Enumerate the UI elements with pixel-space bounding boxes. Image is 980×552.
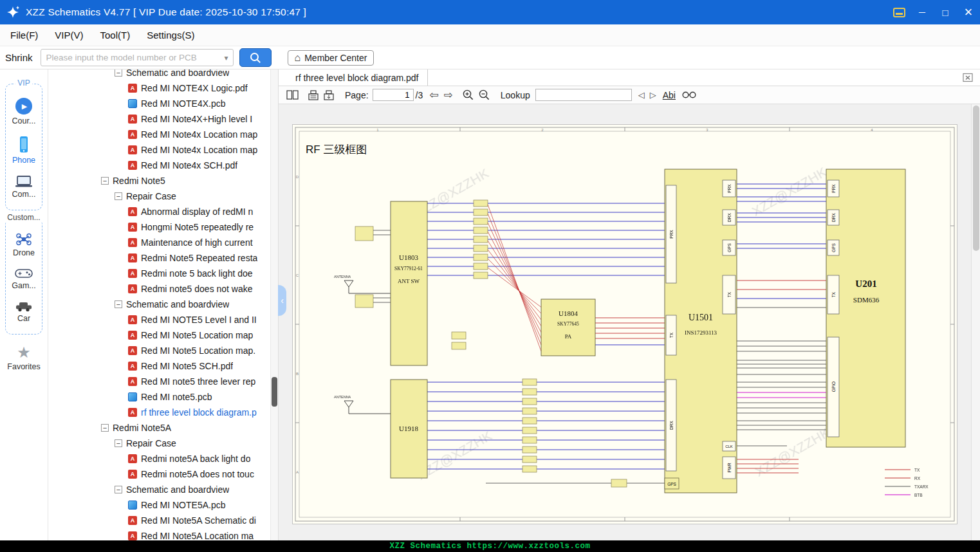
page-number-input[interactable] [373, 89, 414, 101]
tree-item-label: Redmi note 5 back light doe [141, 268, 253, 279]
pdf-file-icon: A [128, 253, 137, 262]
tree-item-label: Repair Case [126, 191, 176, 201]
document-tab[interactable]: rf three level block diagram.pdf [279, 69, 428, 86]
svg-text:A: A [296, 470, 299, 474]
menu-tool[interactable]: Tool(T) [100, 30, 131, 41]
copy-page-button[interactable] [323, 90, 335, 100]
tree-file[interactable]: ARed MI Note4X+High level I [48, 111, 278, 127]
model-search-combobox[interactable]: ▾ [41, 49, 234, 66]
svg-text:SKY77912-61: SKY77912-61 [394, 266, 423, 271]
binoculars-button[interactable] [682, 91, 696, 99]
minimize-button[interactable]: ─ [911, 0, 934, 24]
tree-item-label: Abnormal display of redMI n [141, 207, 253, 217]
tree-node[interactable]: −Repair Case [48, 436, 278, 451]
tree-file[interactable]: Arf three level block diagram.p [48, 405, 278, 420]
maximize-button[interactable]: □ [934, 0, 957, 24]
collapse-icon[interactable]: − [115, 439, 122, 447]
sidebar-item-course[interactable]: ▶ Cour... [12, 98, 36, 125]
tree-file[interactable]: Red MI NOTE5A.pcb [48, 497, 278, 513]
tree-file[interactable]: ARedmi note 5 back light doe [48, 266, 278, 281]
tree-item-label: Red MI Note5A Location ma [141, 531, 254, 540]
viewer-scrollbar-thumb[interactable] [973, 106, 979, 251]
tree-node[interactable]: −Repair Case [48, 189, 278, 204]
tree-file[interactable]: AHongmi Note5 repeatedly re [48, 219, 278, 235]
tree-file[interactable]: Red MI note5.pcb [48, 389, 278, 405]
svg-text:DRX: DRX [727, 212, 732, 221]
content-area: rf three level block diagram.pdf [279, 69, 980, 540]
recharge-card-button[interactable] [887, 0, 911, 24]
tree-file[interactable]: ARed MI Note4x Location map [48, 127, 278, 142]
search-button[interactable] [239, 48, 272, 67]
close-document-button[interactable] [963, 73, 974, 82]
signal-line [488, 232, 541, 333]
sidebar-item-drone[interactable]: Drone [13, 232, 35, 257]
tree-file[interactable]: ARed MI NOTE4X Logic.pdf [48, 80, 278, 96]
sidebar-item-game[interactable]: Gam... [12, 268, 36, 290]
tree-file[interactable]: ARed MI note5 three lever rep [48, 374, 278, 389]
tree-file[interactable]: ARed MI Note5 Location map. [48, 343, 278, 358]
pdf-file-icon: A [128, 284, 137, 293]
collapse-icon[interactable]: − [115, 192, 122, 200]
tree-file[interactable]: ARedmi note5A does not touc [48, 466, 278, 482]
lookup-input[interactable] [535, 89, 632, 101]
tree-node[interactable]: −Schematic and boardview [48, 297, 278, 312]
close-button[interactable]: × [957, 0, 980, 24]
sidebar-item-phone[interactable]: Phone [12, 136, 35, 165]
menu-vip[interactable]: VIP(V) [55, 30, 83, 41]
tree-node[interactable]: −Redmi Note5A [48, 420, 278, 436]
tree-node[interactable]: −Schematic and boardview [48, 69, 278, 80]
collapse-icon[interactable]: − [101, 177, 109, 185]
dropdown-caret-icon[interactable]: ▾ [225, 53, 233, 62]
sidebar-item-computer[interactable]: Com... [12, 175, 36, 199]
tree-file[interactable]: Red MI NOTE4X.pcb [48, 96, 278, 111]
menu-settings[interactable]: Settings(S) [147, 30, 194, 41]
model-search-input[interactable] [41, 53, 225, 62]
pcb-file-icon [128, 392, 137, 401]
next-page-button[interactable]: ⇨ [444, 88, 453, 102]
zoom-out-button[interactable] [478, 89, 490, 101]
tree-scrollbar-thumb[interactable] [272, 377, 277, 407]
sidebar-item-car[interactable]: Car [15, 300, 33, 323]
svg-text:D: D [296, 175, 299, 179]
tree-file[interactable]: ARed MI Note4x Location map [48, 142, 278, 158]
pdf-viewer[interactable]: 1 2 3 4 D C B A RF 三级框图 XZZ@XZZHK [279, 104, 980, 540]
shrink-button[interactable]: Shrink [5, 52, 33, 63]
tree-node[interactable]: −Schematic and boardview [48, 482, 278, 497]
search-prev-button[interactable]: ◁ [638, 90, 645, 100]
tree-file[interactable]: ARed MI Note5 Location map [48, 327, 278, 343]
tree-file[interactable]: ARed MI Note4x SCH.pdf [48, 158, 278, 173]
page-label: Page: [345, 90, 369, 100]
tree-file[interactable]: ARedmi note5A back light do [48, 451, 278, 466]
tree-file[interactable]: AAbnormal display of redMI n [48, 204, 278, 219]
filter-box [355, 226, 373, 241]
member-center-button[interactable]: ⌂ Member Center [288, 50, 374, 66]
tree-file[interactable]: AMaintenance of high current [48, 235, 278, 250]
tree-file[interactable]: ARedmi Note5 Repeated resta [48, 250, 278, 266]
svg-text:INS17293113: INS17293113 [685, 329, 717, 336]
match-case-button[interactable]: Abi [663, 90, 676, 100]
pdf-file-icon: A [128, 238, 137, 247]
svg-text:B: B [296, 372, 299, 376]
prev-page-button[interactable]: ⇦ [429, 88, 438, 102]
menu-file[interactable]: File(F) [10, 30, 38, 41]
collapse-icon[interactable]: − [115, 300, 122, 308]
tree-file[interactable]: ARed MI Note5A Schematic di [48, 513, 278, 528]
tree-node[interactable]: −Redmi Note5 [48, 173, 278, 189]
collapse-icon[interactable]: − [115, 486, 122, 493]
two-page-view-button[interactable] [286, 90, 299, 100]
collapse-icon[interactable]: − [101, 424, 109, 432]
collapse-panel-handle[interactable]: ‹ [278, 285, 286, 316]
search-next-button[interactable]: ▷ [650, 90, 656, 100]
tree-file[interactable]: ARed MI Note5A Location ma [48, 528, 278, 540]
zoom-in-button[interactable] [462, 89, 474, 101]
collapse-icon[interactable]: − [115, 69, 122, 77]
tree-scrollbar[interactable] [270, 69, 278, 540]
print-icon [308, 90, 319, 100]
print-button[interactable] [308, 90, 319, 100]
tree-file[interactable]: ARed MI NOTE5 Level I and II [48, 312, 278, 327]
sidebar-item-favorites[interactable]: ★ Favorites [7, 345, 40, 371]
viewer-scrollbar[interactable] [971, 104, 980, 540]
tree-file[interactable]: ARedmi note5 does not wake [48, 281, 278, 297]
filter-box [452, 332, 466, 339]
tree-file[interactable]: ARed MI Note5 SCH.pdf [48, 358, 278, 374]
